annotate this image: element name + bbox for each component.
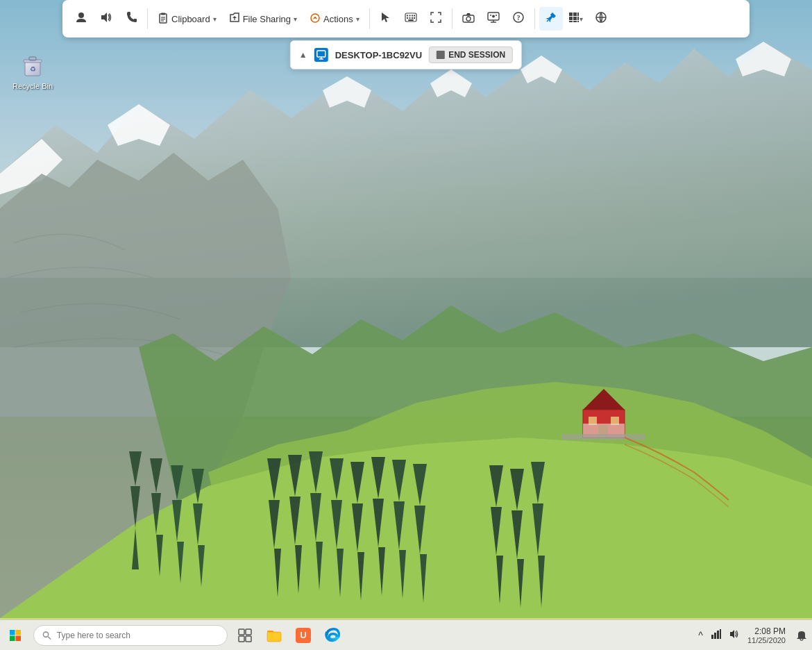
svg-rect-121	[720, 629, 721, 639]
monitor-settings-button[interactable]	[482, 7, 505, 31]
clock-date: 11/25/2020	[747, 636, 786, 644]
uipath-icon: U	[296, 628, 311, 643]
recycle-bin-image: ♻	[19, 51, 46, 79]
user-button[interactable]	[69, 7, 93, 31]
camera-icon	[462, 12, 475, 26]
svg-rect-73	[412, 15, 413, 17]
clipboard-chevron: ▾	[213, 15, 217, 23]
volume-tray-icon[interactable]	[727, 628, 742, 642]
windows-logo-icon	[9, 629, 22, 642]
phone-button[interactable]	[119, 7, 143, 31]
help-button[interactable]: ?	[507, 7, 530, 31]
keyboard-button[interactable]	[399, 7, 423, 31]
file-sharing-chevron: ▾	[294, 15, 297, 23]
pin-button[interactable]	[539, 7, 563, 31]
svg-point-81	[466, 17, 471, 21]
taskbar-search-bar[interactable]	[33, 625, 228, 646]
apps-grid-icon: ⋯	[568, 12, 580, 26]
svg-line-111	[48, 636, 51, 639]
svg-rect-114	[239, 636, 244, 642]
svg-rect-76	[409, 17, 410, 19]
session-name-label: DESKTOP-1BC92VU	[335, 50, 422, 60]
network-button[interactable]	[589, 7, 613, 31]
svg-rect-91	[569, 12, 573, 16]
apps-grid-button[interactable]: ⋯ ▾	[564, 7, 588, 31]
notification-center-button[interactable]	[791, 620, 812, 651]
svg-rect-61	[160, 14, 167, 23]
taskbar: U ^	[0, 619, 812, 650]
recycle-bin-label: Recycle Bin	[12, 82, 53, 90]
actions-button[interactable]: Actions ▾	[304, 8, 365, 30]
clipboard-button[interactable]: Clipboard ▾	[152, 8, 222, 30]
taskbar-search-input[interactable]	[57, 631, 219, 640]
svg-marker-69	[382, 12, 389, 22]
svg-rect-79	[408, 19, 414, 21]
camera-button[interactable]	[457, 7, 480, 31]
svg-rect-62	[161, 12, 165, 15]
notification-icon	[796, 630, 807, 641]
svg-rect-113	[246, 629, 251, 635]
tray-chevron[interactable]: ^	[695, 628, 706, 642]
trash-graphic: ♻	[19, 52, 46, 78]
file-explorer-button[interactable]	[260, 620, 289, 651]
phone-icon	[125, 11, 137, 26]
svg-text:?: ?	[516, 14, 520, 22]
svg-rect-57	[29, 57, 36, 60]
svg-rect-75	[407, 17, 408, 19]
svg-rect-108	[10, 635, 15, 641]
clipboard-icon	[158, 12, 169, 26]
file-sharing-button[interactable]: File Sharing ▾	[223, 8, 303, 30]
svg-rect-116	[267, 632, 281, 642]
session-arrow-icon: ▲	[299, 50, 307, 60]
edge-browser-button[interactable]	[318, 620, 347, 651]
actions-chevron: ▾	[356, 15, 360, 23]
svg-rect-106	[10, 630, 15, 635]
svg-point-110	[43, 631, 48, 636]
fullscreen-icon	[430, 12, 441, 26]
task-view-button[interactable]	[230, 620, 260, 651]
divider-3	[452, 8, 452, 29]
taskbar-clock[interactable]: 2:08 PM 11/25/2020	[747, 626, 786, 644]
svg-text:♻: ♻	[30, 65, 36, 73]
fullscreen-button[interactable]	[424, 7, 448, 31]
end-session-button[interactable]: END SESSION	[429, 47, 513, 63]
svg-rect-115	[246, 636, 251, 642]
file-sharing-label: File Sharing	[243, 14, 291, 24]
system-tray: ^	[690, 628, 747, 642]
svg-rect-92	[573, 12, 577, 16]
uipath-button[interactable]: U	[289, 620, 318, 651]
svg-point-87	[496, 15, 497, 16]
divider-2	[369, 8, 370, 29]
user-icon	[75, 11, 87, 26]
svg-text:⋯: ⋯	[569, 17, 575, 23]
cursor-tool-button[interactable]	[374, 7, 398, 31]
recycle-bin-icon[interactable]: ♻ Recycle Bin	[8, 49, 57, 93]
svg-rect-74	[414, 15, 415, 17]
svg-rect-109	[16, 635, 22, 641]
audio-button[interactable]	[94, 7, 118, 31]
svg-rect-71	[407, 15, 408, 17]
clipboard-label: Clipboard	[171, 14, 210, 24]
mountain-scenery	[0, 0, 812, 650]
svg-rect-72	[409, 15, 410, 17]
keyboard-icon	[405, 12, 417, 25]
svg-rect-118	[711, 635, 713, 639]
pin-icon	[545, 12, 557, 26]
remote-toolbar: Clipboard ▾ File Sharing ▾ Actions ▾	[62, 0, 750, 38]
divider-1	[147, 8, 148, 29]
start-button[interactable]	[0, 620, 31, 651]
file-sharing-icon	[229, 12, 240, 26]
svg-line-90	[547, 19, 549, 22]
svg-rect-93	[577, 12, 579, 16]
svg-marker-60	[101, 12, 107, 22]
network-tray-icon[interactable]	[709, 628, 724, 642]
svg-rect-112	[239, 629, 244, 635]
svg-marker-122	[730, 630, 734, 638]
svg-rect-99	[577, 21, 579, 22]
network-icon	[595, 11, 607, 26]
svg-rect-103	[317, 51, 325, 57]
svg-rect-78	[414, 17, 415, 19]
desktop-background	[0, 0, 812, 650]
svg-point-85	[492, 15, 495, 18]
help-icon: ?	[513, 12, 524, 26]
